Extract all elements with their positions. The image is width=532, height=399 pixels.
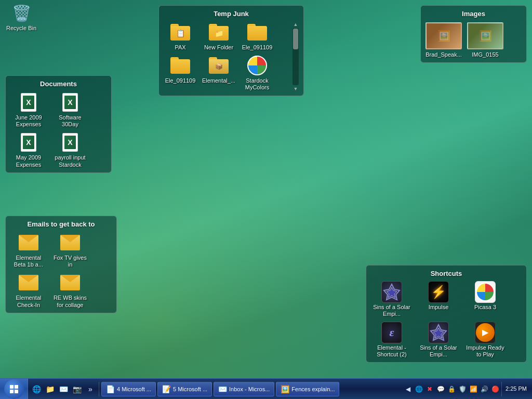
svg-rect-7 <box>15 390 18 393</box>
fence-emails-items: Elemental Beta 1b a... Fox TV gives in E… <box>10 232 112 309</box>
fence-temp-junk-items: 📋 PAX 📁 New Folder <box>163 22 290 91</box>
image-brad-speak[interactable]: 🖼️ Brad_Speak... <box>425 22 462 58</box>
item-pax-label: PAX <box>175 44 185 51</box>
tray-lock-icon[interactable]: 🔒 <box>447 384 456 394</box>
doc-software-30day[interactable]: X Software 30Day <box>51 92 89 128</box>
email-fox-tv-label: Fox TV gives in <box>51 255 89 268</box>
email-elemental-beta[interactable]: Elemental Beta 1b a... <box>10 232 47 268</box>
item-elemental-label: Elemental_... <box>202 77 235 84</box>
task-inbox-label: Inbox - Micros... <box>229 386 270 392</box>
fence-shortcuts: Shortcuts Sins of a Solar Empi... ⚡ Impu… <box>366 265 527 363</box>
tray-volume-icon[interactable]: 🔊 <box>480 384 489 394</box>
doc-may-2009[interactable]: X May 2009 Expenses <box>10 132 47 168</box>
clock-time: 2:25 PM <box>506 385 527 392</box>
doc-june-2009[interactable]: X June 2009 Expenses <box>10 92 47 128</box>
tray-network-icon[interactable]: 🌐 <box>414 384 423 394</box>
system-tray: ◀ 🌐 ✖ 💬 🔒 🛡️ 📶 🔊 🔴 2:25 PM <box>400 382 532 396</box>
temp-junk-item-ele2[interactable]: Ele_091109 <box>163 55 197 91</box>
fence-images-title: Images <box>425 10 522 18</box>
tray-back-icon[interactable]: ◀ <box>403 384 413 394</box>
taskbar-tasks: 📄 4 Microsoft ... 📝 5 Microsoft ... ✉️ I… <box>99 382 400 396</box>
start-orb <box>4 379 24 399</box>
shortcut-sins-2-label: Sins of a Solar Empi... <box>417 344 460 358</box>
item-stardock-label: Stardock MyColors <box>240 77 274 91</box>
ql-photo-icon[interactable]: 📷 <box>71 383 83 395</box>
item-ele2-label: Ele_091109 <box>165 77 196 84</box>
task-microsoft-1-label: 4 Microsoft ... <box>117 386 151 392</box>
ql-more-icon[interactable]: » <box>84 383 97 395</box>
email-re-wb-skins[interactable]: RE WB skins for collage <box>51 272 89 308</box>
tray-security-icon[interactable]: 🛡️ <box>458 384 467 394</box>
temp-junk-item-elemental[interactable]: 📦 Elemental_... <box>202 55 236 91</box>
fence-documents-items: X June 2009 Expenses X Software 30Day X … <box>10 92 107 168</box>
fence-documents: Documents X June 2009 Expenses X Softwar… <box>5 75 112 173</box>
shortcut-elemental-label: Elemental - Shortcut (2) <box>370 344 413 358</box>
tray-x-icon[interactable]: ✖ <box>425 384 434 394</box>
svg-rect-4 <box>10 385 14 389</box>
task-microsoft-2-label: 5 Microsoft ... <box>173 386 207 392</box>
temp-junk-item-stardock[interactable]: Stardock MyColors <box>240 55 274 91</box>
ql-email-icon[interactable]: ✉️ <box>57 383 70 395</box>
shortcut-impulse[interactable]: ⚡ Impulse <box>417 282 460 317</box>
tray-antenna-icon[interactable]: 📶 <box>469 384 478 394</box>
email-re-wb-label: RE WB skins for collage <box>51 295 89 308</box>
start-button[interactable] <box>0 379 28 400</box>
tray-chat-icon[interactable]: 💬 <box>436 384 445 394</box>
ql-folder-icon[interactable]: 📁 <box>44 383 56 395</box>
fence-images: Images 🖼️ Brad_Speak... 🖼️ IMG_0155 <box>420 5 527 63</box>
fence-shortcuts-items: Sins of a Solar Empi... ⚡ Impulse Picasa… <box>370 282 522 358</box>
quick-launch: 🌐 📁 ✉️ 📷 » <box>28 383 99 395</box>
shortcut-impulse-play-label: Impulse Ready to Play <box>464 344 507 358</box>
taskbar-separator-2 <box>501 382 502 396</box>
temp-junk-scrollbar[interactable]: ▲ ▼ <box>292 22 299 91</box>
email-elemental-beta-label: Elemental Beta 1b a... <box>10 255 47 268</box>
doc-payroll-label: payroll input Stardock <box>51 154 89 168</box>
ql-ie-icon[interactable]: 🌐 <box>30 383 43 395</box>
temp-junk-item-pax[interactable]: 📋 PAX <box>163 22 197 51</box>
shortcut-picasa[interactable]: Picasa 3 <box>464 282 507 317</box>
task-microsoft-2[interactable]: 📝 5 Microsoft ... <box>157 382 212 396</box>
shortcut-impulse-play[interactable]: ▶ Impulse Ready to Play <box>464 322 507 358</box>
item-new-folder-label: New Folder <box>204 44 233 51</box>
fence-shortcuts-title: Shortcuts <box>370 270 522 277</box>
item-ele1-label: Ele_091109 <box>242 44 273 51</box>
image-0155-label: IMG_0155 <box>472 51 498 58</box>
tray-red-icon[interactable]: 🔴 <box>490 384 500 394</box>
task-fences-label: Fences explain... <box>291 386 335 392</box>
fence-images-items: 🖼️ Brad_Speak... 🖼️ IMG_0155 <box>425 22 522 58</box>
task-microsoft-1[interactable]: 📄 4 Microsoft ... <box>101 382 156 396</box>
shortcut-sins-1-label: Sins of a Solar Empi... <box>370 304 413 317</box>
image-0155[interactable]: 🖼️ IMG_0155 <box>467 22 504 58</box>
doc-may-label: May 2009 Expenses <box>10 154 47 168</box>
svg-rect-5 <box>15 385 18 389</box>
fence-emails: Emails to get back to Elemental Beta 1b … <box>5 216 117 313</box>
taskbar: 🌐 📁 ✉️ 📷 » 📄 4 Microsoft ... 📝 5 Microso… <box>0 378 532 399</box>
recycle-bin-image: 🗑️ <box>11 3 32 23</box>
svg-rect-6 <box>10 390 14 393</box>
recycle-bin-label: Recycle Bin <box>6 25 36 32</box>
email-fox-tv[interactable]: Fox TV gives in <box>51 232 89 268</box>
fence-temp-junk: Temp Junk 📋 PAX <box>158 5 304 96</box>
task-inbox[interactable]: ✉️ Inbox - Micros... <box>214 382 274 396</box>
shortcut-elemental[interactable]: ε Elemental - Shortcut (2) <box>370 322 413 358</box>
fence-documents-title: Documents <box>10 80 107 88</box>
image-brad-label: Brad_Speak... <box>425 51 462 58</box>
doc-june-label: June 2009 Expenses <box>10 114 47 128</box>
task-fences[interactable]: 🖼️ Fences explain... <box>276 382 339 396</box>
svg-marker-1 <box>387 287 397 298</box>
temp-junk-item-new-folder[interactable]: 📁 New Folder <box>202 22 236 51</box>
svg-marker-3 <box>433 328 444 338</box>
system-clock[interactable]: 2:25 PM <box>503 385 529 392</box>
recycle-bin-icon[interactable]: 🗑️ Recycle Bin <box>3 3 40 32</box>
shortcut-sins-2[interactable]: Sins of a Solar Empi... <box>417 322 460 358</box>
doc-software-label: Software 30Day <box>51 114 89 128</box>
doc-payroll[interactable]: X payroll input Stardock <box>51 132 89 168</box>
shortcut-picasa-label: Picasa 3 <box>474 304 496 311</box>
temp-junk-item-ele1[interactable]: Ele_091109 <box>240 22 274 51</box>
fence-temp-junk-title: Temp Junk <box>163 10 299 18</box>
fence-emails-title: Emails to get back to <box>10 220 112 228</box>
shortcut-impulse-label: Impulse <box>429 304 449 311</box>
email-elemental-checkin[interactable]: Elemental Check-In <box>10 272 47 308</box>
email-elemental-checkin-label: Elemental Check-In <box>10 295 47 308</box>
shortcut-sins-1[interactable]: Sins of a Solar Empi... <box>370 282 413 317</box>
